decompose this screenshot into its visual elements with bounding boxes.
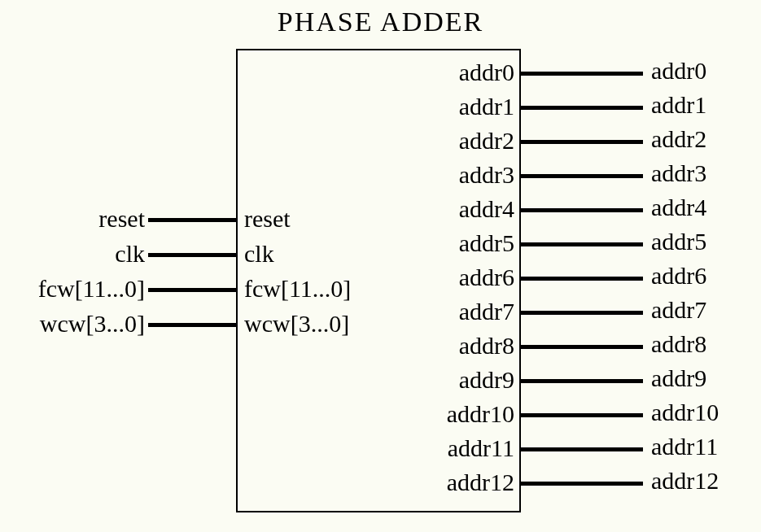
- output-wire: [521, 277, 643, 281]
- output-int-label: addr11: [448, 434, 514, 462]
- input-ext-label: reset: [98, 205, 145, 233]
- output-ext-label: addr9: [651, 364, 706, 392]
- output-ext-label: addr8: [651, 330, 706, 358]
- input-wire: [148, 253, 236, 257]
- output-ext-label: addr7: [651, 296, 706, 324]
- output-wire: [521, 311, 643, 315]
- output-int-label: addr0: [459, 59, 514, 86]
- input-wire: [148, 323, 236, 327]
- output-int-label: addr6: [459, 264, 514, 291]
- output-wire: [521, 106, 643, 110]
- output-ext-label: addr3: [651, 159, 706, 187]
- output-ext-label: addr2: [651, 125, 706, 153]
- output-ext-label: addr0: [651, 57, 706, 85]
- output-int-label: addr12: [447, 469, 514, 496]
- output-wire: [521, 345, 643, 349]
- output-ext-label: addr6: [651, 262, 706, 290]
- output-int-label: addr4: [459, 195, 514, 223]
- output-wire: [521, 482, 643, 486]
- input-int-label: wcw[3...0]: [244, 310, 349, 338]
- output-wire: [521, 174, 643, 178]
- input-int-label: clk: [244, 240, 274, 268]
- output-wire: [521, 72, 643, 76]
- output-wire: [521, 208, 643, 212]
- output-wire: [521, 242, 643, 246]
- output-wire: [521, 379, 643, 383]
- output-int-label: addr7: [459, 298, 514, 325]
- output-int-label: addr2: [459, 127, 514, 155]
- output-ext-label: addr12: [651, 467, 719, 495]
- block-title: PHASE ADDER: [0, 7, 761, 37]
- input-ext-label: clk: [115, 240, 145, 268]
- output-ext-label: addr10: [651, 399, 719, 426]
- input-ext-label: wcw[3...0]: [40, 310, 145, 338]
- output-ext-label: addr1: [651, 91, 706, 119]
- input-ext-label: fcw[11...0]: [38, 275, 145, 303]
- output-int-label: addr1: [459, 93, 514, 120]
- output-wire: [521, 140, 643, 144]
- output-int-label: addr3: [459, 161, 514, 189]
- output-int-label: addr8: [459, 332, 514, 360]
- input-int-label: fcw[11...0]: [244, 275, 351, 303]
- output-ext-label: addr11: [651, 433, 718, 460]
- output-ext-label: addr5: [651, 228, 706, 255]
- input-wire: [148, 218, 236, 222]
- output-ext-label: addr4: [651, 194, 706, 221]
- output-wire: [521, 413, 643, 417]
- output-int-label: addr5: [459, 229, 514, 257]
- output-int-label: addr10: [447, 400, 514, 428]
- output-wire: [521, 447, 643, 451]
- output-int-label: addr9: [459, 366, 514, 394]
- input-int-label: reset: [244, 205, 291, 233]
- input-wire: [148, 288, 236, 292]
